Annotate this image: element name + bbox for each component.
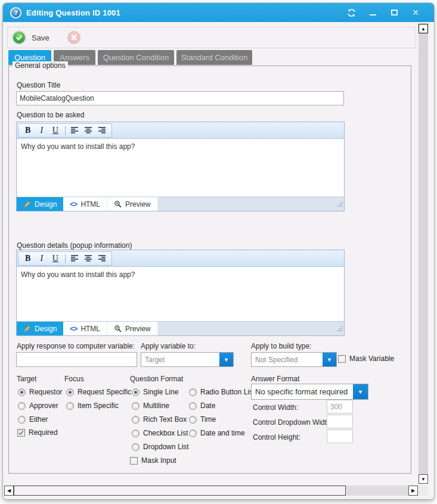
radio-date[interactable]: Date	[189, 402, 215, 410]
question-title-input[interactable]	[16, 91, 344, 105]
html-code-icon: <>	[70, 200, 77, 209]
radio-icon[interactable]	[189, 430, 197, 437]
resize-grip[interactable]	[336, 199, 343, 210]
tab-question-condition[interactable]: Question Condition	[98, 50, 174, 65]
design-tab[interactable]: Design	[17, 197, 63, 211]
bold-button[interactable]: B	[22, 125, 33, 136]
html-tab[interactable]: <> HTML	[63, 197, 107, 211]
check-icon	[18, 430, 24, 436]
command-bar: Save	[7, 27, 416, 48]
apply-variable-to-label: Apply variable to:	[141, 342, 196, 350]
editor-mode-strip: Design <> HTML Preview	[17, 321, 344, 335]
mask-input-option[interactable]: Mask Input	[130, 456, 176, 465]
radio-label: Item Specific	[78, 402, 119, 410]
answer-format-dropdown[interactable]: No specific format required ▼	[251, 384, 368, 400]
title-bar[interactable]: ? Editing Question ID 1001 ×	[3, 3, 434, 22]
radio-dropdown-list[interactable]: Dropdown List	[132, 443, 189, 451]
radio-icon[interactable]	[189, 388, 197, 396]
align-center-button[interactable]	[83, 125, 94, 136]
bold-button[interactable]: B	[22, 253, 33, 265]
mask-input-checkbox[interactable]	[130, 457, 138, 465]
radio-icon[interactable]	[66, 402, 74, 410]
mask-variable-option[interactable]: Mask Variable	[338, 354, 394, 363]
vertical-scrollbar-track[interactable]	[419, 33, 428, 474]
radio-item-specific[interactable]: Item Specific	[66, 402, 119, 410]
radio-either[interactable]: Either	[18, 415, 48, 424]
radio-icon[interactable]	[18, 388, 26, 396]
radio-icon[interactable]	[18, 416, 26, 424]
radio-date-and-time[interactable]: Date and time	[189, 429, 245, 437]
dropdown-arrow-icon[interactable]: ▼	[323, 353, 336, 366]
refresh-button[interactable]	[345, 6, 358, 19]
scroll-left-button[interactable]: ◀	[4, 486, 14, 496]
radio-icon[interactable]	[132, 416, 140, 424]
radio-request-specific[interactable]: Request Specific	[66, 388, 131, 396]
radio-icon[interactable]	[18, 402, 26, 410]
align-left-button[interactable]	[69, 125, 80, 136]
radio-icon[interactable]	[132, 430, 140, 437]
question-details-label: Question details (popup information)	[17, 241, 132, 250]
cancel-button[interactable]	[67, 31, 80, 44]
radio-single-line[interactable]: Single Line	[132, 388, 178, 396]
scroll-down-button[interactable]: ▼	[419, 474, 428, 484]
control-width-input[interactable]	[327, 400, 353, 413]
underline-button[interactable]: U	[49, 253, 61, 265]
pencil-icon	[23, 200, 31, 208]
radio-requestor[interactable]: Requestor	[18, 388, 62, 396]
computer-variable-input[interactable]	[16, 352, 137, 367]
radio-multiline[interactable]: Multiline	[132, 402, 169, 410]
minimize-button[interactable]	[366, 6, 379, 19]
radio-icon[interactable]	[132, 388, 140, 396]
html-tab[interactable]: <> HTML	[63, 322, 107, 335]
question-details-text[interactable]: Why do you want to install this app?	[17, 267, 344, 321]
required-option[interactable]: Required	[17, 428, 58, 437]
control-height-input[interactable]	[327, 430, 353, 443]
italic-button[interactable]: I	[36, 253, 47, 265]
design-tab-label: Design	[35, 200, 57, 209]
radio-time[interactable]: Time	[189, 415, 216, 424]
radio-radio-button-list[interactable]: Radio Button List	[189, 388, 255, 396]
radio-icon[interactable]	[189, 402, 197, 410]
align-right-button[interactable]	[97, 253, 108, 265]
question-asked-text[interactable]: Why do you want to install this app?	[17, 139, 344, 197]
align-right-button[interactable]	[97, 125, 108, 136]
radio-rich-text-box[interactable]: Rich Text Box	[132, 415, 187, 424]
control-dropdown-width-input[interactable]	[327, 415, 353, 428]
align-left-button[interactable]	[69, 253, 80, 265]
radio-label: Checkbox List	[143, 429, 188, 437]
close-button[interactable]: ×	[409, 6, 422, 19]
maximize-icon	[391, 10, 398, 15]
question-asked-editor: B I U Why do you want to install this ap…	[16, 122, 345, 211]
required-checkbox[interactable]	[17, 429, 25, 437]
editor-format-panel: B I U	[18, 251, 112, 266]
apply-variable-to-dropdown[interactable]: Target ▼	[141, 352, 234, 367]
build-type-dropdown[interactable]: Not Specified ▼	[251, 352, 337, 367]
radio-label: Either	[29, 415, 48, 424]
window-title: Editing Question ID 1001	[26, 8, 120, 17]
radio-icon[interactable]	[132, 443, 140, 451]
save-button[interactable]: Save	[12, 30, 49, 45]
dropdown-arrow-icon[interactable]: ▼	[353, 384, 368, 399]
radio-icon[interactable]	[132, 402, 140, 410]
preview-tab[interactable]: Preview	[107, 322, 158, 335]
align-center-button[interactable]	[83, 253, 94, 265]
radio-checkbox-list[interactable]: Checkbox List	[132, 429, 188, 437]
radio-approver[interactable]: Approver	[18, 402, 58, 410]
help-icon[interactable]: ?	[10, 7, 21, 18]
radio-icon[interactable]	[189, 416, 197, 424]
horizontal-scrollbar-thumb[interactable]	[14, 486, 346, 496]
build-type-label: Apply to build type:	[251, 342, 311, 350]
tab-standard-condition[interactable]: Standard Condition	[176, 50, 252, 65]
underline-button[interactable]: U	[49, 125, 61, 136]
preview-tab[interactable]: Preview	[107, 197, 158, 211]
italic-button[interactable]: I	[36, 125, 47, 136]
maximize-button[interactable]	[388, 6, 401, 19]
scroll-right-button[interactable]: ▶	[408, 486, 418, 496]
design-tab[interactable]: Design	[17, 322, 63, 335]
dropdown-arrow-icon[interactable]: ▼	[219, 353, 233, 366]
radio-icon[interactable]	[66, 388, 74, 396]
mask-variable-checkbox[interactable]	[338, 355, 346, 363]
scroll-up-button[interactable]: ▲	[419, 24, 428, 33]
html-tab-label: HTML	[80, 325, 100, 333]
resize-grip[interactable]	[336, 323, 343, 334]
